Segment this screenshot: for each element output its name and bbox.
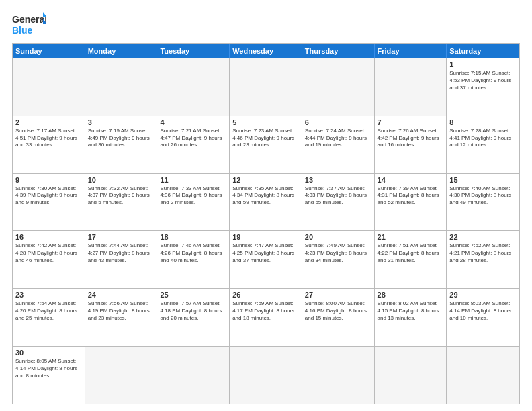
cell-info: Sunrise: 7:39 AM Sunset: 4:31 PM Dayligh… — [378, 185, 444, 207]
calendar-cell — [375, 347, 447, 404]
cell-info: Sunrise: 8:00 AM Sunset: 4:16 PM Dayligh… — [305, 300, 371, 322]
cell-info: Sunrise: 7:30 AM Sunset: 4:39 PM Dayligh… — [15, 185, 82, 207]
cell-info: Sunrise: 7:44 AM Sunset: 4:27 PM Dayligh… — [88, 242, 154, 264]
day-number: 9 — [15, 176, 82, 184]
svg-text:General: General — [12, 14, 46, 25]
calendar-cell — [13, 58, 85, 116]
cell-info: Sunrise: 7:57 AM Sunset: 4:18 PM Dayligh… — [160, 300, 226, 322]
calendar-cell — [302, 58, 375, 116]
calendar-cell: 1Sunrise: 7:15 AM Sunset: 4:53 PM Daylig… — [447, 58, 519, 116]
calendar-row-1: 2Sunrise: 7:17 AM Sunset: 4:51 PM Daylig… — [13, 116, 519, 173]
calendar-cell: 17Sunrise: 7:44 AM Sunset: 4:27 PM Dayli… — [85, 231, 158, 288]
calendar-row-3: 16Sunrise: 7:42 AM Sunset: 4:28 PM Dayli… — [13, 230, 519, 288]
calendar-cell: 15Sunrise: 7:40 AM Sunset: 4:30 PM Dayli… — [447, 174, 519, 231]
calendar-row-0: 1Sunrise: 7:15 AM Sunset: 4:53 PM Daylig… — [13, 58, 519, 116]
cell-info: Sunrise: 7:33 AM Sunset: 4:36 PM Dayligh… — [160, 185, 226, 207]
day-number: 27 — [305, 291, 371, 299]
cell-info: Sunrise: 7:23 AM Sunset: 4:46 PM Dayligh… — [232, 128, 299, 149]
day-number: 2 — [15, 118, 82, 126]
calendar-cell: 29Sunrise: 8:03 AM Sunset: 4:14 PM Dayli… — [447, 289, 519, 346]
cell-info: Sunrise: 7:59 AM Sunset: 4:17 PM Dayligh… — [232, 300, 299, 322]
cell-info: Sunrise: 7:52 AM Sunset: 4:21 PM Dayligh… — [449, 242, 517, 264]
calendar-cell — [302, 347, 375, 404]
calendar-cell: 4Sunrise: 7:21 AM Sunset: 4:47 PM Daylig… — [157, 116, 230, 173]
calendar-cell — [85, 58, 158, 116]
day-number: 7 — [378, 118, 444, 126]
day-number: 28 — [378, 291, 444, 299]
day-number: 3 — [88, 118, 154, 126]
calendar-cell: 11Sunrise: 7:33 AM Sunset: 4:36 PM Dayli… — [157, 174, 230, 231]
cell-info: Sunrise: 7:46 AM Sunset: 4:26 PM Dayligh… — [160, 242, 226, 264]
day-number: 16 — [15, 233, 82, 241]
cell-info: Sunrise: 8:05 AM Sunset: 4:14 PM Dayligh… — [15, 358, 82, 379]
calendar-cell: 20Sunrise: 7:49 AM Sunset: 4:23 PM Dayli… — [302, 231, 375, 288]
calendar-cell: 2Sunrise: 7:17 AM Sunset: 4:51 PM Daylig… — [13, 116, 85, 173]
calendar-cell — [157, 347, 230, 404]
weekday-header-wednesday: Wednesday — [230, 44, 302, 58]
calendar-cell — [157, 58, 230, 116]
cell-info: Sunrise: 7:15 AM Sunset: 4:53 PM Dayligh… — [449, 70, 517, 91]
calendar-cell: 30Sunrise: 8:05 AM Sunset: 4:14 PM Dayli… — [13, 347, 85, 404]
calendar-cell — [375, 58, 447, 116]
calendar-cell: 9Sunrise: 7:30 AM Sunset: 4:39 PM Daylig… — [13, 174, 85, 231]
calendar-cell: 25Sunrise: 7:57 AM Sunset: 4:18 PM Dayli… — [157, 289, 230, 346]
cell-info: Sunrise: 7:37 AM Sunset: 4:33 PM Dayligh… — [305, 185, 371, 207]
calendar-cell: 22Sunrise: 7:52 AM Sunset: 4:21 PM Dayli… — [447, 231, 519, 288]
calendar-cell: 27Sunrise: 8:00 AM Sunset: 4:16 PM Dayli… — [302, 289, 375, 346]
calendar-cell — [85, 347, 158, 404]
day-number: 12 — [232, 176, 299, 184]
cell-info: Sunrise: 7:24 AM Sunset: 4:44 PM Dayligh… — [305, 128, 371, 149]
day-number: 8 — [449, 118, 517, 126]
cell-info: Sunrise: 7:26 AM Sunset: 4:42 PM Dayligh… — [378, 128, 444, 149]
weekday-header-tuesday: Tuesday — [157, 44, 230, 58]
cell-info: Sunrise: 8:02 AM Sunset: 4:15 PM Dayligh… — [378, 300, 444, 322]
day-number: 18 — [160, 233, 226, 241]
day-number: 6 — [305, 118, 371, 126]
day-number: 13 — [305, 176, 371, 184]
cell-info: Sunrise: 7:40 AM Sunset: 4:30 PM Dayligh… — [449, 185, 517, 207]
calendar-cell: 10Sunrise: 7:32 AM Sunset: 4:37 PM Dayli… — [85, 174, 158, 231]
cell-info: Sunrise: 7:49 AM Sunset: 4:23 PM Dayligh… — [305, 242, 371, 264]
calendar-cell: 16Sunrise: 7:42 AM Sunset: 4:28 PM Dayli… — [13, 231, 85, 288]
calendar-cell — [230, 58, 302, 116]
calendar-cell: 12Sunrise: 7:35 AM Sunset: 4:34 PM Dayli… — [230, 174, 302, 231]
cell-info: Sunrise: 7:28 AM Sunset: 4:41 PM Dayligh… — [449, 128, 517, 149]
calendar-row-4: 23Sunrise: 7:54 AM Sunset: 4:20 PM Dayli… — [13, 288, 519, 346]
calendar-cell: 14Sunrise: 7:39 AM Sunset: 4:31 PM Dayli… — [375, 174, 447, 231]
weekday-header-friday: Friday — [375, 44, 447, 58]
weekday-header-saturday: Saturday — [447, 44, 519, 58]
day-number: 19 — [232, 233, 299, 241]
day-number: 25 — [160, 291, 226, 299]
calendar-body: 1Sunrise: 7:15 AM Sunset: 4:53 PM Daylig… — [13, 58, 519, 404]
weekday-header-sunday: Sunday — [13, 44, 85, 58]
day-number: 20 — [305, 233, 371, 241]
day-number: 30 — [15, 349, 82, 357]
cell-info: Sunrise: 8:03 AM Sunset: 4:14 PM Dayligh… — [449, 300, 517, 322]
day-number: 15 — [449, 176, 517, 184]
calendar: SundayMondayTuesdayWednesdayThursdayFrid… — [12, 43, 520, 404]
calendar-cell: 3Sunrise: 7:19 AM Sunset: 4:49 PM Daylig… — [85, 116, 158, 173]
header: General Blue — [12, 12, 520, 38]
cell-info: Sunrise: 7:35 AM Sunset: 4:34 PM Dayligh… — [232, 185, 299, 207]
day-number: 11 — [160, 176, 226, 184]
calendar-cell: 26Sunrise: 7:59 AM Sunset: 4:17 PM Dayli… — [230, 289, 302, 346]
cell-info: Sunrise: 7:56 AM Sunset: 4:19 PM Dayligh… — [88, 300, 154, 322]
calendar-cell: 7Sunrise: 7:26 AM Sunset: 4:42 PM Daylig… — [375, 116, 447, 173]
page: General Blue SundayMondayTuesdayWednesda… — [0, 0, 532, 411]
day-number: 29 — [449, 291, 517, 299]
calendar-row-5: 30Sunrise: 8:05 AM Sunset: 4:14 PM Dayli… — [13, 346, 519, 404]
calendar-cell: 8Sunrise: 7:28 AM Sunset: 4:41 PM Daylig… — [447, 116, 519, 173]
calendar-cell: 28Sunrise: 8:02 AM Sunset: 4:15 PM Dayli… — [375, 289, 447, 346]
calendar-cell — [447, 347, 519, 404]
weekday-header-monday: Monday — [85, 44, 158, 58]
day-number: 21 — [378, 233, 444, 241]
calendar-cell: 19Sunrise: 7:47 AM Sunset: 4:25 PM Dayli… — [230, 231, 302, 288]
svg-text:Blue: Blue — [12, 25, 33, 36]
calendar-cell: 21Sunrise: 7:51 AM Sunset: 4:22 PM Dayli… — [375, 231, 447, 288]
weekday-header-thursday: Thursday — [302, 44, 375, 58]
day-number: 26 — [232, 291, 299, 299]
day-number: 10 — [88, 176, 154, 184]
cell-info: Sunrise: 7:51 AM Sunset: 4:22 PM Dayligh… — [378, 242, 444, 264]
logo: General Blue — [12, 12, 46, 38]
calendar-row-2: 9Sunrise: 7:30 AM Sunset: 4:39 PM Daylig… — [13, 173, 519, 231]
